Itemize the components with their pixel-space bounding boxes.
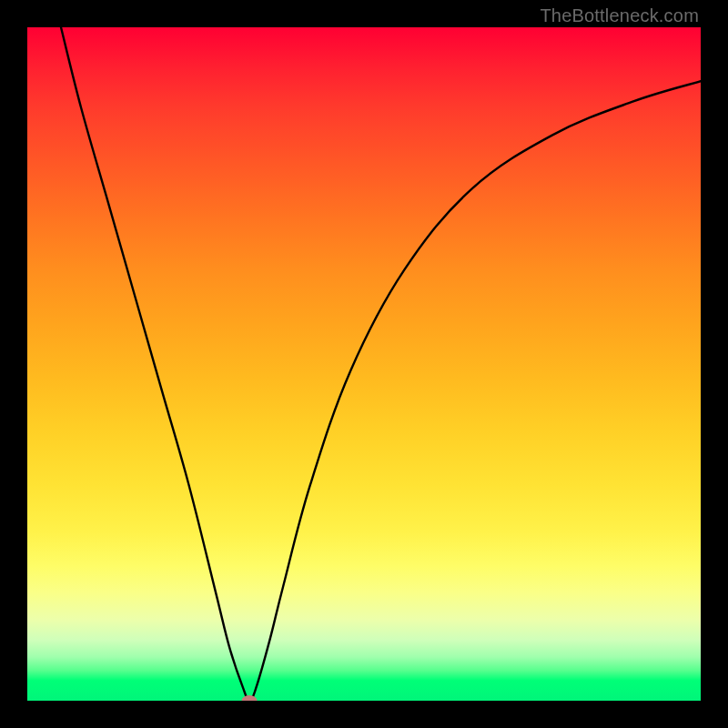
bottleneck-curve-path	[61, 27, 701, 701]
curve-svg	[27, 27, 701, 701]
watermark-text: TheBottleneck.com	[540, 5, 699, 26]
min-point-marker	[242, 695, 258, 701]
chart-stage: TheBottleneck.com	[0, 0, 728, 728]
plot-area	[27, 27, 701, 701]
